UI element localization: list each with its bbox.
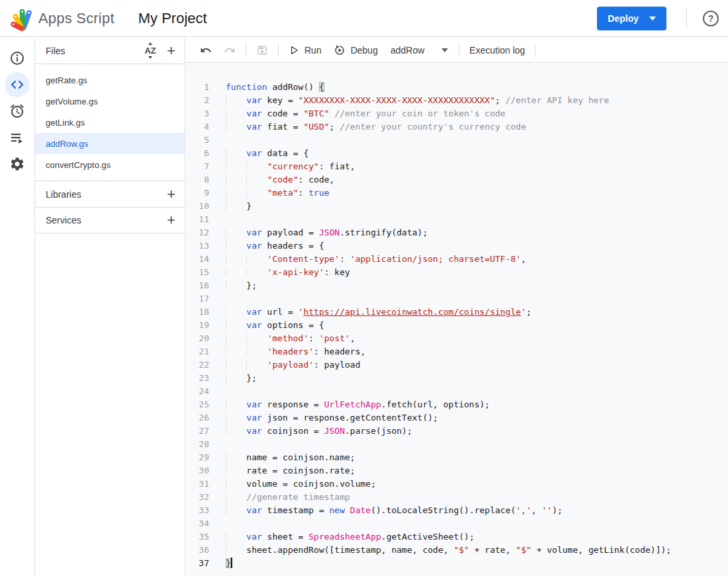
- line-number: 11: [186, 213, 209, 226]
- add-file-icon[interactable]: +: [167, 44, 175, 58]
- code-line[interactable]: 9 "meta": true: [186, 186, 728, 200]
- code-line[interactable]: 20 'method': 'post',: [186, 332, 728, 345]
- code-line[interactable]: 27 var coinjson = JSON.parse(json);: [186, 425, 728, 438]
- code-icon: [9, 77, 25, 93]
- services-title: Services: [46, 215, 167, 226]
- code-line[interactable]: 36 sheet.appendRow([timestamp, name, cod…: [186, 544, 728, 557]
- code-text: }: [209, 200, 251, 213]
- save-button[interactable]: [250, 40, 274, 60]
- code-line[interactable]: 34: [186, 517, 728, 530]
- code-line[interactable]: 17: [186, 292, 728, 306]
- code-line[interactable]: 22 'payload': payload: [186, 358, 728, 372]
- code-line[interactable]: 19 var options = {: [186, 319, 728, 332]
- code-line[interactable]: 23 };: [186, 372, 728, 385]
- text-cursor: [231, 557, 232, 568]
- code-text: "meta": true: [209, 186, 330, 200]
- chevron-down-icon: [441, 48, 448, 52]
- code-line[interactable]: 30 rate = coinjson.rate;: [186, 464, 728, 477]
- executions-list-icon: [9, 130, 25, 145]
- code-line[interactable]: 14 'Content-type': 'application/json; ch…: [186, 253, 728, 266]
- help-icon[interactable]: ?: [703, 11, 719, 26]
- file-item[interactable]: convertCrypto.gs: [35, 154, 185, 175]
- code-editor[interactable]: 1function addRow() {2 var key = "XXXXXXX…: [186, 63, 728, 576]
- add-service-icon[interactable]: +: [167, 214, 175, 227]
- code-line[interactable]: 15 'x-api-key': key: [186, 266, 728, 279]
- code-line[interactable]: 33 var timestamp = new Date().toLocaleSt…: [186, 504, 728, 517]
- code-text: var coinjson = JSON.parse(json);: [209, 425, 412, 438]
- line-number: 15: [186, 266, 209, 279]
- run-button[interactable]: Run: [283, 40, 328, 60]
- line-number: 22: [186, 358, 209, 372]
- file-item[interactable]: getRate.gs: [35, 69, 185, 91]
- code-line[interactable]: 12 var payload = JSON.stringify(data);: [186, 226, 728, 239]
- code-line[interactable]: 1function addRow() {: [186, 81, 728, 94]
- apps-script-logo-icon[interactable]: [8, 5, 34, 32]
- code-line[interactable]: 28: [186, 438, 728, 451]
- code-line[interactable]: 7 "currency": fiat,: [186, 160, 728, 173]
- code-line[interactable]: 10 }: [186, 200, 728, 213]
- undo-button[interactable]: [194, 40, 218, 60]
- code-line[interactable]: 3 var code = "BTC" //enter your coin or …: [186, 107, 728, 120]
- line-number: 18: [186, 306, 209, 319]
- code-text: sheet.appendRow([timestamp, name, code, …: [209, 544, 671, 557]
- code-line[interactable]: 5: [186, 134, 728, 147]
- redo-button[interactable]: [218, 40, 242, 60]
- code-line[interactable]: 29 name = coinjson.name;: [186, 451, 728, 464]
- alarm-clock-icon: [9, 103, 25, 119]
- code-line[interactable]: 13 var headers = {: [186, 239, 728, 253]
- code-line[interactable]: 31 volume = coinjson.volume;: [186, 477, 728, 491]
- code-line[interactable]: 26 var json = response.getContentText();: [186, 411, 728, 425]
- code-line[interactable]: 37}: [186, 557, 728, 570]
- code-line[interactable]: 25 var response = UrlFetchApp.fetch(url,…: [186, 398, 728, 411]
- sidebar-item-overview[interactable]: [5, 46, 30, 71]
- code-text: [209, 438, 226, 451]
- code-line[interactable]: 32 //generate timestamp: [186, 491, 728, 504]
- code-line[interactable]: 2 var key = "XXXXXXXX-XXXX-XXXX-XXXX-XXX…: [186, 94, 728, 107]
- code-text: 'payload': payload: [209, 358, 361, 372]
- deploy-button[interactable]: Deploy: [597, 7, 666, 30]
- chevron-down-icon: [649, 17, 656, 21]
- line-number: 20: [186, 332, 209, 345]
- code-line[interactable]: 21 'headers': headers,: [186, 345, 728, 358]
- code-line[interactable]: 18 var url = 'https://api.livecoinwatch.…: [186, 306, 728, 319]
- code-line[interactable]: 11: [186, 213, 728, 226]
- code-line[interactable]: 24: [186, 385, 728, 398]
- code-text: var data = {: [209, 147, 308, 160]
- line-number: 24: [186, 385, 209, 398]
- code-line[interactable]: 6 var data = {: [186, 147, 728, 160]
- info-icon: [9, 50, 25, 66]
- file-item[interactable]: getLink.gs: [35, 112, 185, 133]
- sidebar-item-settings[interactable]: [5, 151, 30, 177]
- debug-button[interactable]: Debug: [328, 40, 384, 60]
- line-number: 17: [186, 292, 209, 306]
- sidebar-item-executions[interactable]: [5, 125, 30, 150]
- line-number: 7: [186, 160, 209, 173]
- code-text: [209, 385, 226, 398]
- code-text: var json = response.getContentText();: [209, 411, 438, 425]
- project-title[interactable]: My Project: [138, 10, 207, 27]
- line-number: 28: [186, 438, 209, 451]
- sort-files-icon[interactable]: AZ: [142, 46, 159, 56]
- execution-log-button[interactable]: Execution log: [463, 40, 531, 60]
- file-item[interactable]: getVolume.gs: [35, 91, 185, 112]
- code-text: };: [209, 279, 257, 292]
- code-text: var key = "XXXXXXXX-XXXX-XXXX-XXXX-XXXXX…: [209, 94, 609, 107]
- code-text: name = coinjson.name;: [209, 451, 355, 464]
- code-line[interactable]: 16 };: [186, 279, 728, 292]
- code-line[interactable]: 4 var fiat = "USD"; //enter your country…: [186, 120, 728, 134]
- redo-icon: [224, 44, 236, 56]
- line-number: 13: [186, 239, 209, 253]
- files-title: Files: [46, 46, 142, 56]
- code-text: 'method': 'post',: [209, 332, 355, 345]
- sidebar-item-triggers[interactable]: [5, 99, 30, 124]
- line-number: 4: [186, 120, 209, 134]
- function-selector[interactable]: addRow: [384, 40, 455, 60]
- sidebar-item-editor[interactable]: [5, 72, 30, 97]
- line-number: 10: [186, 200, 209, 213]
- file-item[interactable]: addRow.gs: [35, 133, 185, 154]
- code-text: "code": code,: [209, 173, 334, 186]
- code-line[interactable]: 35 var sheet = SpreadsheetApp.getActiveS…: [186, 530, 728, 544]
- add-library-icon[interactable]: +: [167, 188, 175, 201]
- code-line[interactable]: 8 "code": code,: [186, 173, 728, 186]
- apps-script-ide: Apps Script My Project Deploy ?: [0, 0, 728, 576]
